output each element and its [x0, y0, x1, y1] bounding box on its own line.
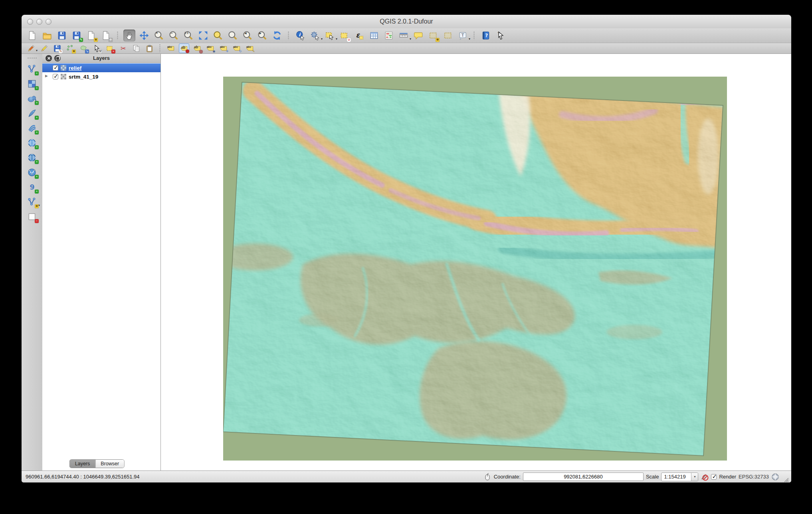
tab-layers[interactable]: Layers	[70, 460, 96, 468]
add-oracle-layer-button[interactable]: +	[26, 181, 38, 193]
crs-status-button[interactable]	[771, 473, 779, 481]
cut-features-button[interactable]	[118, 43, 128, 53]
show-bookmarks-button[interactable]	[442, 30, 454, 42]
layer-row-relief[interactable]: relief	[42, 63, 160, 72]
layer-visibility-checkbox[interactable]	[53, 65, 58, 71]
toggle-editing-button[interactable]	[39, 43, 49, 53]
identify-features-button[interactable]	[294, 30, 306, 42]
dropdown-arrow-icon[interactable]: ▾	[469, 37, 470, 41]
add-mssql-layer-icon	[27, 123, 37, 133]
measure-icon	[399, 31, 408, 40]
text-annotation-button[interactable]: ▾	[457, 30, 469, 42]
add-vector-layer-button[interactable]: +	[26, 63, 38, 75]
add-wms-layer-button[interactable]: +	[26, 137, 38, 149]
help-contents-button[interactable]	[480, 30, 492, 42]
zoom-to-layer-button[interactable]	[227, 30, 239, 42]
dropdown-arrow-icon[interactable]: ▾	[321, 37, 323, 41]
add-mssql-layer-button[interactable]: +	[26, 122, 38, 134]
change-label-icon	[246, 44, 254, 53]
layer-visibility-checkbox[interactable]	[53, 74, 58, 79]
new-print-composer-button[interactable]: ✱	[85, 30, 97, 42]
run-feature-action-icon	[310, 31, 320, 40]
dropdown-arrow-icon[interactable]: ▾	[410, 37, 411, 41]
zoom-last-icon	[243, 31, 252, 40]
zoom-in-icon	[154, 31, 164, 40]
dropdown-arrow-icon[interactable]: ▾	[336, 37, 337, 41]
field-calculator-button[interactable]	[383, 30, 395, 42]
zoom-next-button[interactable]: ▸	[256, 30, 268, 42]
select-features-icon	[325, 31, 335, 40]
save-layer-edits-button[interactable]: ✎	[52, 43, 62, 53]
zoom-full-button[interactable]	[197, 30, 209, 42]
layer-labeling-options-icon	[167, 44, 175, 53]
open-project-button[interactable]	[41, 30, 53, 42]
dropdown-arrow-icon[interactable]: ▾	[38, 204, 40, 207]
node-tool-button[interactable]: ⚒	[91, 43, 102, 53]
new-bookmark-icon	[428, 31, 438, 40]
copy-features-button[interactable]	[131, 43, 141, 53]
save-project-as-button[interactable]: ✎	[71, 30, 83, 42]
toolbar-handle	[159, 44, 161, 53]
select-by-expression-button[interactable]	[353, 30, 365, 42]
zoom-to-selection-button[interactable]	[212, 30, 224, 42]
zoom-native-button[interactable]: 1:1	[182, 30, 194, 42]
move-label-button[interactable]: abc✛	[218, 43, 229, 53]
scale-combobox[interactable]: 1:154219 ▾	[661, 472, 698, 481]
rotate-label-button[interactable]: abc↻	[232, 43, 242, 53]
toolbar-handle	[117, 31, 119, 40]
render-checkbox[interactable]	[711, 474, 717, 480]
map-tips-button[interactable]	[412, 30, 424, 42]
pan-map-button[interactable]	[123, 30, 135, 42]
refresh-map-button[interactable]	[271, 30, 283, 42]
add-postgis-layer-button[interactable]: +	[26, 93, 38, 105]
move-feature-button[interactable]: ↘	[78, 43, 89, 53]
add-wcs-layer-button[interactable]: +	[26, 152, 38, 164]
show-hide-labels-button[interactable]: abc◉	[205, 43, 216, 53]
current-edits-button[interactable]: ▾	[26, 43, 36, 53]
measure-button[interactable]: ▾	[398, 30, 410, 42]
select-features-button[interactable]: ▾	[324, 30, 336, 42]
pan-to-selection-button[interactable]	[138, 30, 150, 42]
delete-selected-button[interactable]: ×	[105, 43, 115, 53]
resize-grip[interactable]	[782, 476, 789, 482]
save-layer-edits-icon	[53, 44, 61, 53]
zoom-out-button[interactable]: −	[168, 30, 180, 42]
add-feature-icon	[66, 44, 75, 53]
remove-layer-button[interactable]: −	[26, 211, 38, 223]
file-and-navigation-toolbar: ✎✱✛+−1:1◂▸▾▾⊘▾✱▾?	[22, 28, 791, 43]
save-project-button[interactable]	[56, 30, 68, 42]
dropdown-arrow-icon[interactable]: ▾	[36, 49, 38, 52]
stop-rendering-button[interactable]	[701, 473, 709, 481]
coordinate-input[interactable]	[523, 472, 644, 481]
add-wfs-layer-icon	[27, 168, 37, 177]
composer-manager-button[interactable]: ✛	[100, 30, 112, 42]
run-feature-action-button[interactable]: ▾	[309, 30, 321, 42]
add-feature-button[interactable]: ✱	[65, 43, 75, 53]
add-wfs-layer-button[interactable]: +	[26, 166, 38, 178]
layer-row-srtm[interactable]: ▶ srtm_41_19	[42, 72, 160, 81]
highlight-pinned-labels-button[interactable]: ab	[192, 43, 202, 53]
new-shapefile-layer-button[interactable]: ✱▾	[26, 196, 38, 208]
new-bookmark-button[interactable]: ✱	[427, 30, 439, 42]
layers-panel-title: Layers	[42, 54, 160, 63]
tab-browser[interactable]: Browser	[95, 460, 124, 468]
zoom-last-button[interactable]: ◂	[242, 30, 254, 42]
map-canvas[interactable]	[161, 54, 791, 471]
deselect-features-button[interactable]: ⊘	[339, 30, 351, 42]
paste-features-icon	[145, 44, 154, 53]
expander-icon[interactable]: ▶	[45, 74, 48, 78]
layer-labeling-options-button[interactable]: abc	[166, 43, 176, 53]
add-raster-layer-button[interactable]: +	[26, 78, 38, 90]
open-attribute-table-button[interactable]	[368, 30, 380, 42]
zoom-in-button[interactable]: +	[153, 30, 165, 42]
mouse-position-icon[interactable]	[483, 473, 491, 481]
whats-this-button[interactable]: ?	[495, 30, 507, 42]
paste-features-button[interactable]	[144, 43, 154, 53]
new-project-button[interactable]	[26, 30, 38, 42]
deselect-features-icon	[340, 31, 349, 40]
add-spatialite-layer-button[interactable]: +	[26, 107, 38, 119]
scale-dropdown-arrow[interactable]: ▾	[691, 473, 698, 481]
zoom-to-layer-icon	[228, 31, 238, 40]
change-label-button[interactable]: abc✎	[245, 43, 255, 53]
pin-unpin-labels-button[interactable]: ab	[179, 43, 189, 53]
